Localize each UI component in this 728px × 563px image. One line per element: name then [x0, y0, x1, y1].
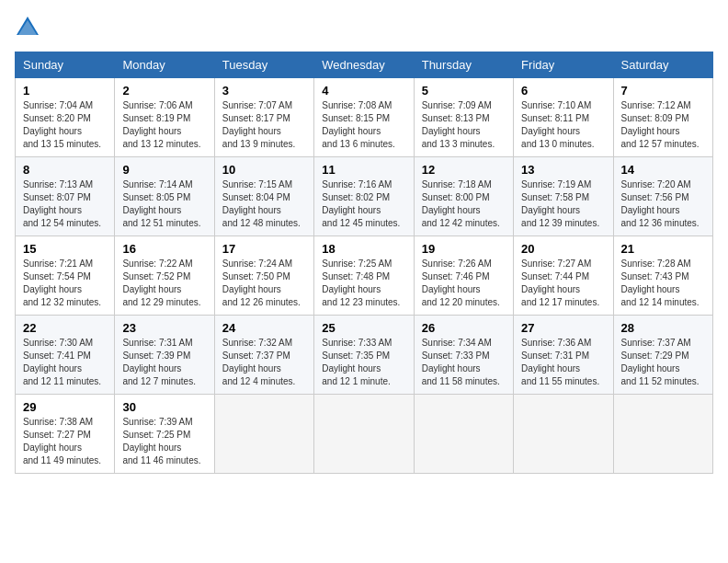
day-number: 1: [23, 84, 107, 98]
day-number: 15: [23, 242, 107, 256]
day-info: Sunrise: 7:09 AMSunset: 8:13 PMDaylight …: [422, 100, 495, 149]
day-number: 3: [222, 84, 306, 98]
calendar-cell: 3 Sunrise: 7:07 AMSunset: 8:17 PMDayligh…: [214, 78, 313, 157]
day-number: 7: [621, 84, 705, 98]
day-info: Sunrise: 7:18 AMSunset: 8:00 PMDaylight …: [422, 179, 500, 228]
day-info: Sunrise: 7:28 AMSunset: 7:43 PMDaylight …: [621, 259, 700, 307]
calendar-cell: 15 Sunrise: 7:21 AMSunset: 7:54 PMDaylig…: [16, 236, 115, 316]
calendar-cell: 19 Sunrise: 7:26 AMSunset: 7:46 PMDaylig…: [414, 236, 513, 316]
day-info: Sunrise: 7:38 AMSunset: 7:27 PMDaylight …: [23, 417, 101, 465]
day-info: Sunrise: 7:16 AMSunset: 8:02 PMDaylight …: [322, 179, 400, 228]
day-info: Sunrise: 7:31 AMSunset: 7:39 PMDaylight …: [122, 338, 196, 386]
day-info: Sunrise: 7:14 AMSunset: 8:05 PMDaylight …: [122, 179, 200, 228]
day-number: 19: [422, 242, 506, 256]
weekday-header-tuesday: Tuesday: [214, 52, 313, 78]
day-info: Sunrise: 7:26 AMSunset: 7:46 PMDaylight …: [422, 259, 500, 307]
calendar-cell: 16 Sunrise: 7:22 AMSunset: 7:52 PMDaylig…: [115, 236, 214, 316]
day-info: Sunrise: 7:24 AMSunset: 7:50 PMDaylight …: [222, 259, 301, 307]
day-number: 12: [422, 163, 506, 177]
day-number: 5: [422, 84, 506, 98]
day-info: Sunrise: 7:06 AMSunset: 8:19 PMDaylight …: [122, 100, 200, 149]
day-number: 27: [521, 321, 605, 335]
day-number: 29: [23, 400, 107, 414]
day-number: 9: [122, 163, 206, 177]
day-info: Sunrise: 7:04 AMSunset: 8:20 PMDaylight …: [23, 100, 101, 149]
calendar-cell: 25 Sunrise: 7:33 AMSunset: 7:35 PMDaylig…: [314, 316, 414, 395]
day-number: 10: [222, 163, 306, 177]
calendar-cell: 18 Sunrise: 7:25 AMSunset: 7:48 PMDaylig…: [314, 236, 414, 316]
day-number: 2: [122, 84, 206, 98]
calendar-cell: [314, 395, 414, 474]
calendar-cell: 14 Sunrise: 7:20 AMSunset: 7:56 PMDaylig…: [613, 157, 712, 236]
day-info: Sunrise: 7:32 AMSunset: 7:37 PMDaylight …: [222, 338, 296, 386]
day-info: Sunrise: 7:39 AMSunset: 7:25 PMDaylight …: [122, 417, 200, 465]
day-info: Sunrise: 7:07 AMSunset: 8:17 PMDaylight …: [222, 100, 296, 149]
day-info: Sunrise: 7:21 AMSunset: 7:54 PMDaylight …: [23, 259, 101, 307]
logo-icon: [15, 15, 40, 40]
calendar-week-5: 29 Sunrise: 7:38 AMSunset: 7:27 PMDaylig…: [16, 395, 713, 474]
day-info: Sunrise: 7:34 AMSunset: 7:33 PMDaylight …: [422, 338, 500, 386]
day-info: Sunrise: 7:30 AMSunset: 7:41 PMDaylight …: [23, 338, 101, 386]
weekday-header-wednesday: Wednesday: [314, 52, 414, 78]
calendar-cell: 13 Sunrise: 7:19 AMSunset: 7:58 PMDaylig…: [514, 157, 613, 236]
day-info: Sunrise: 7:33 AMSunset: 7:35 PMDaylight …: [322, 338, 392, 386]
day-number: 6: [521, 84, 605, 98]
calendar-cell: 21 Sunrise: 7:28 AMSunset: 7:43 PMDaylig…: [613, 236, 712, 316]
calendar-cell: 20 Sunrise: 7:27 AMSunset: 7:44 PMDaylig…: [514, 236, 613, 316]
day-number: 22: [23, 321, 107, 335]
calendar-cell: 28 Sunrise: 7:37 AMSunset: 7:29 PMDaylig…: [613, 316, 712, 395]
calendar-cell: 27 Sunrise: 7:36 AMSunset: 7:31 PMDaylig…: [514, 316, 613, 395]
day-number: 28: [621, 321, 705, 335]
weekday-header-monday: Monday: [115, 52, 214, 78]
day-info: Sunrise: 7:37 AMSunset: 7:29 PMDaylight …: [621, 338, 700, 386]
logo: [15, 15, 44, 40]
day-number: 23: [122, 321, 206, 335]
calendar-cell: 2 Sunrise: 7:06 AMSunset: 8:19 PMDayligh…: [115, 78, 214, 157]
calendar-cell: 17 Sunrise: 7:24 AMSunset: 7:50 PMDaylig…: [214, 236, 313, 316]
calendar-cell: 22 Sunrise: 7:30 AMSunset: 7:41 PMDaylig…: [16, 316, 115, 395]
calendar-cell: 30 Sunrise: 7:39 AMSunset: 7:25 PMDaylig…: [115, 395, 214, 474]
calendar-cell: 29 Sunrise: 7:38 AMSunset: 7:27 PMDaylig…: [16, 395, 115, 474]
day-number: 17: [222, 242, 306, 256]
weekday-header-sunday: Sunday: [16, 52, 115, 78]
calendar-cell: [514, 395, 613, 474]
day-number: 21: [621, 242, 705, 256]
calendar-cell: 5 Sunrise: 7:09 AMSunset: 8:13 PMDayligh…: [414, 78, 513, 157]
day-number: 16: [122, 242, 206, 256]
calendar-cell: [613, 395, 712, 474]
page-header: [15, 15, 713, 40]
day-number: 30: [122, 400, 206, 414]
calendar-cell: 23 Sunrise: 7:31 AMSunset: 7:39 PMDaylig…: [115, 316, 214, 395]
weekday-header-friday: Friday: [514, 52, 613, 78]
day-number: 4: [322, 84, 405, 98]
calendar-cell: [414, 395, 513, 474]
calendar-cell: 7 Sunrise: 7:12 AMSunset: 8:09 PMDayligh…: [613, 78, 712, 157]
day-info: Sunrise: 7:13 AMSunset: 8:07 PMDaylight …: [23, 179, 101, 228]
calendar-cell: [214, 395, 313, 474]
calendar-week-2: 8 Sunrise: 7:13 AMSunset: 8:07 PMDayligh…: [16, 157, 713, 236]
calendar-table: SundayMondayTuesdayWednesdayThursdayFrid…: [15, 52, 713, 474]
weekday-header-saturday: Saturday: [613, 52, 712, 78]
day-number: 25: [322, 321, 405, 335]
calendar-cell: 26 Sunrise: 7:34 AMSunset: 7:33 PMDaylig…: [414, 316, 513, 395]
day-info: Sunrise: 7:27 AMSunset: 7:44 PMDaylight …: [521, 259, 599, 307]
calendar-week-4: 22 Sunrise: 7:30 AMSunset: 7:41 PMDaylig…: [16, 316, 713, 395]
day-info: Sunrise: 7:08 AMSunset: 8:15 PMDaylight …: [322, 100, 395, 149]
day-info: Sunrise: 7:20 AMSunset: 7:56 PMDaylight …: [621, 179, 700, 228]
day-number: 11: [322, 163, 405, 177]
day-info: Sunrise: 7:22 AMSunset: 7:52 PMDaylight …: [122, 259, 200, 307]
day-info: Sunrise: 7:12 AMSunset: 8:09 PMDaylight …: [621, 100, 700, 149]
day-number: 8: [23, 163, 107, 177]
day-info: Sunrise: 7:10 AMSunset: 8:11 PMDaylight …: [521, 100, 595, 149]
weekday-header-thursday: Thursday: [414, 52, 513, 78]
calendar-cell: 4 Sunrise: 7:08 AMSunset: 8:15 PMDayligh…: [314, 78, 414, 157]
calendar-cell: 10 Sunrise: 7:15 AMSunset: 8:04 PMDaylig…: [214, 157, 313, 236]
calendar-cell: 9 Sunrise: 7:14 AMSunset: 8:05 PMDayligh…: [115, 157, 214, 236]
day-info: Sunrise: 7:15 AMSunset: 8:04 PMDaylight …: [222, 179, 301, 228]
calendar-cell: 1 Sunrise: 7:04 AMSunset: 8:20 PMDayligh…: [16, 78, 115, 157]
calendar-cell: 12 Sunrise: 7:18 AMSunset: 8:00 PMDaylig…: [414, 157, 513, 236]
calendar-week-1: 1 Sunrise: 7:04 AMSunset: 8:20 PMDayligh…: [16, 78, 713, 157]
day-number: 20: [521, 242, 605, 256]
day-number: 18: [322, 242, 405, 256]
day-number: 26: [422, 321, 506, 335]
